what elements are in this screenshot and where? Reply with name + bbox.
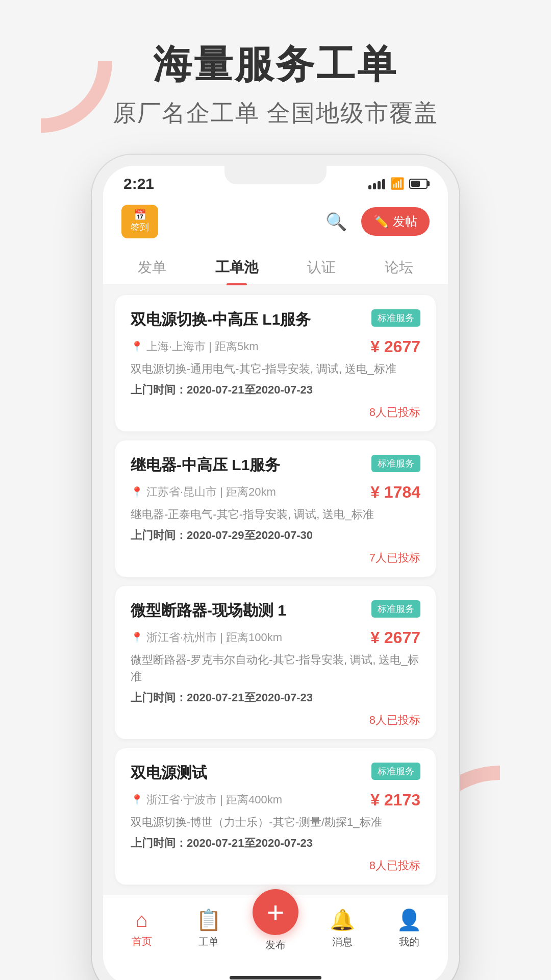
plus-icon: + xyxy=(266,895,284,930)
home-icon: ⌂ xyxy=(136,909,148,932)
card-1-title: 双电源切换-中高压 L1服务 xyxy=(131,309,366,330)
card-2-desc: 继电器-正泰电气-其它-指导安装, 调试, 送电_标准 xyxy=(131,506,420,523)
card-2-price: ¥ 1784 xyxy=(370,483,420,502)
home-indicator xyxy=(103,967,448,980)
card-4-title: 双电源测试 xyxy=(131,763,366,783)
card-3-bid: 8人已投标 xyxy=(131,713,420,728)
nav-publish[interactable]: + 发布 xyxy=(242,904,309,952)
sign-in-label: 签到 xyxy=(131,221,149,233)
bottom-nav: ⌂ 首页 📋 工单 + 发布 🔔 消息 👤 xyxy=(103,895,448,967)
card-1-time: 上门时间：2020-07-21至2020-07-23 xyxy=(131,382,420,398)
card-1-location: 📍 上海·上海市 | 距离5km xyxy=(131,339,259,354)
battery-icon xyxy=(409,179,428,189)
card-1-price: ¥ 2677 xyxy=(370,337,420,356)
nav-home-label: 首页 xyxy=(132,935,152,948)
nav-publish-label: 发布 xyxy=(265,938,286,952)
card-1-badge: 标准服务 xyxy=(371,309,420,327)
card-2-title: 继电器-中高压 L1服务 xyxy=(131,455,366,476)
wifi-icon: 📶 xyxy=(390,177,404,190)
card-4-price: ¥ 2173 xyxy=(370,791,420,810)
service-card-4[interactable]: 双电源测试 标准服务 📍 浙江省·宁波市 | 距离400km ¥ 2173 双电… xyxy=(115,748,436,885)
phone-screen: 2:21 📶 � xyxy=(103,166,448,980)
bell-icon: 🔔 xyxy=(330,908,355,932)
post-label: 发帖 xyxy=(393,213,417,230)
card-3-price: ¥ 2677 xyxy=(370,628,420,647)
tab-post[interactable]: 发单 xyxy=(126,256,179,279)
phone-mockup: 2:21 📶 � xyxy=(92,155,459,980)
search-icon[interactable]: 🔍 xyxy=(325,211,347,232)
notch xyxy=(224,166,327,184)
signal-icon xyxy=(368,178,385,189)
user-icon: 👤 xyxy=(396,908,422,932)
nav-messages[interactable]: 🔔 消息 xyxy=(309,908,376,949)
card-4-location: 📍 浙江省·宁波市 | 距离400km xyxy=(131,792,282,807)
sign-in-button[interactable]: 📅 签到 xyxy=(121,205,158,238)
location-pin-icon-2: 📍 xyxy=(131,486,143,498)
location-pin-icon: 📍 xyxy=(131,340,143,353)
location-pin-icon-3: 📍 xyxy=(131,631,143,644)
service-card-3[interactable]: 微型断路器-现场勘测 1 标准服务 📍 浙江省·杭州市 | 距离100km ¥ … xyxy=(115,586,436,739)
card-3-desc: 微型断路器-罗克韦尔自动化-其它-指导安装, 调试, 送电_标准 xyxy=(131,651,420,685)
phone-wrapper: 2:21 📶 � xyxy=(0,155,551,980)
tab-bar: 发单 工单池 认证 论坛 xyxy=(103,246,448,285)
card-4-desc: 双电源切换-博世（力士乐）-其它-测量/勘探1_标准 xyxy=(131,814,420,830)
service-card-2[interactable]: 继电器-中高压 L1服务 标准服务 📍 江苏省·昆山市 | 距离20km ¥ 1… xyxy=(115,440,436,577)
nav-orders-label: 工单 xyxy=(198,935,219,949)
nav-home[interactable]: ⌂ 首页 xyxy=(108,909,175,948)
list-icon: 📋 xyxy=(196,908,221,932)
card-4-bid: 8人已投标 xyxy=(131,858,420,873)
app-header: 📅 签到 🔍 ✏️ 发帖 xyxy=(103,198,448,246)
post-button[interactable]: ✏️ 发帖 xyxy=(361,207,430,236)
card-4-time: 上门时间：2020-07-21至2020-07-23 xyxy=(131,836,420,851)
publish-button[interactable]: + xyxy=(253,889,298,935)
nav-messages-label: 消息 xyxy=(332,935,353,949)
service-card-1[interactable]: 双电源切换-中高压 L1服务 标准服务 📍 上海·上海市 | 距离5km ¥ 2… xyxy=(115,295,436,431)
status-time: 2:21 xyxy=(123,175,154,192)
header-right: 🔍 ✏️ 发帖 xyxy=(325,207,430,236)
card-3-time: 上门时间：2020-07-21至2020-07-23 xyxy=(131,690,420,705)
nav-profile[interactable]: 👤 我的 xyxy=(376,908,443,949)
content-list: 双电源切换-中高压 L1服务 标准服务 📍 上海·上海市 | 距离5km ¥ 2… xyxy=(103,285,448,895)
card-2-time: 上门时间：2020-07-29至2020-07-30 xyxy=(131,528,420,543)
card-2-location: 📍 江苏省·昆山市 | 距离20km xyxy=(131,484,276,500)
nav-orders[interactable]: 📋 工单 xyxy=(175,908,242,949)
card-1-desc: 双电源切换-通用电气-其它-指导安装, 调试, 送电_标准 xyxy=(131,360,420,377)
calendar-icon: 📅 xyxy=(134,210,146,220)
card-4-badge: 标准服务 xyxy=(371,763,420,780)
edit-icon: ✏️ xyxy=(373,214,389,229)
location-pin-icon-4: 📍 xyxy=(131,794,143,806)
card-1-bid: 8人已投标 xyxy=(131,405,420,420)
card-2-badge: 标准服务 xyxy=(371,455,420,472)
card-3-location: 📍 浙江省·杭州市 | 距离100km xyxy=(131,630,282,645)
card-3-title: 微型断路器-现场勘测 1 xyxy=(131,600,366,621)
card-2-bid: 7人已投标 xyxy=(131,550,420,566)
nav-profile-label: 我的 xyxy=(399,935,419,949)
card-3-badge: 标准服务 xyxy=(371,600,420,618)
status-icons: 📶 xyxy=(368,177,428,190)
tab-work-pool[interactable]: 工单池 xyxy=(203,256,270,279)
tab-certification[interactable]: 认证 xyxy=(295,256,348,279)
tab-forum[interactable]: 论坛 xyxy=(372,256,425,279)
